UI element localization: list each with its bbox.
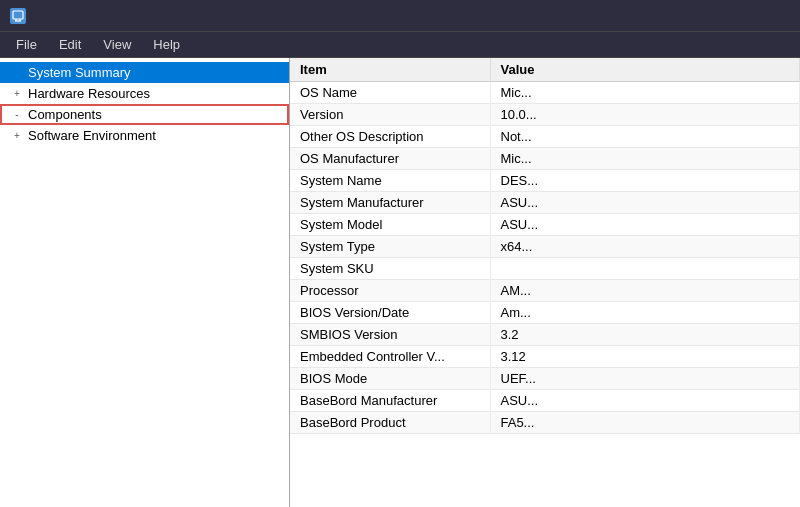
expand-icon: -	[10, 109, 24, 120]
tree-item-software-environment[interactable]: +Software Environment	[0, 125, 289, 146]
table-row: SMBIOS Version3.2	[290, 324, 800, 346]
tree-item-hardware-resources[interactable]: +Hardware Resources	[0, 83, 289, 104]
svg-rect-0	[13, 11, 23, 19]
table-cell-value	[490, 258, 800, 280]
table-row: OS ManufacturerMic...	[290, 148, 800, 170]
table-cell-item: System Model	[290, 214, 490, 236]
maximize-button[interactable]	[698, 0, 744, 32]
tree-item-system-summary[interactable]: System Summary	[0, 62, 289, 83]
tree-item-label: Software Environment	[28, 128, 156, 143]
menu-item-file[interactable]: File	[6, 33, 47, 56]
app-icon	[10, 8, 26, 24]
table-cell-item: OS Name	[290, 82, 490, 104]
window-controls	[652, 0, 790, 32]
table-cell-item: BIOS Mode	[290, 368, 490, 390]
table-cell-item: BIOS Version/Date	[290, 302, 490, 324]
col-header-value: Value	[490, 58, 800, 82]
table-cell-item: System Type	[290, 236, 490, 258]
table-cell-item: BaseBord Product	[290, 412, 490, 434]
col-header-item: Item	[290, 58, 490, 82]
table-row: OS NameMic...	[290, 82, 800, 104]
table-cell-value: AM...	[490, 280, 800, 302]
tree-item-label: Components	[28, 107, 102, 122]
table-cell-value: UEF...	[490, 368, 800, 390]
table-row: BIOS ModeUEF...	[290, 368, 800, 390]
table-cell-item: Other OS Description	[290, 126, 490, 148]
table-cell-item: System SKU	[290, 258, 490, 280]
expand-icon: +	[10, 130, 24, 141]
table-cell-item: Version	[290, 104, 490, 126]
table-cell-item: SMBIOS Version	[290, 324, 490, 346]
close-button[interactable]	[744, 0, 790, 32]
table-row: System SKU	[290, 258, 800, 280]
table-cell-value: ASU...	[490, 390, 800, 412]
table-cell-item: Embedded Controller V...	[290, 346, 490, 368]
tree-item-label: System Summary	[28, 65, 131, 80]
table-row: Version10.0...	[290, 104, 800, 126]
table-cell-item: System Manufacturer	[290, 192, 490, 214]
table-cell-value: ASU...	[490, 214, 800, 236]
left-panel: System Summary+Hardware Resources-Compon…	[0, 58, 290, 507]
expand-icon: +	[10, 88, 24, 99]
table-row: System ManufacturerASU...	[290, 192, 800, 214]
table-row: BaseBord ProductFA5...	[290, 412, 800, 434]
table-cell-item: OS Manufacturer	[290, 148, 490, 170]
minimize-button[interactable]	[652, 0, 698, 32]
table-cell-value: 3.2	[490, 324, 800, 346]
right-panel: Item Value OS NameMic...Version10.0...Ot…	[290, 58, 800, 507]
table-cell-value: Mic...	[490, 82, 800, 104]
table-cell-item: BaseBord Manufacturer	[290, 390, 490, 412]
table-row: BIOS Version/DateAm...	[290, 302, 800, 324]
table-cell-item: System Name	[290, 170, 490, 192]
table-row: Other OS DescriptionNot...	[290, 126, 800, 148]
table-cell-value: 3.12	[490, 346, 800, 368]
table-row: System Typex64...	[290, 236, 800, 258]
table-row: System NameDES...	[290, 170, 800, 192]
menu-bar: FileEditViewHelp	[0, 32, 800, 58]
tree-item-components[interactable]: -Components	[0, 104, 289, 125]
table-cell-value: FA5...	[490, 412, 800, 434]
table-cell-value: 10.0...	[490, 104, 800, 126]
main-content: System Summary+Hardware Resources-Compon…	[0, 58, 800, 507]
table-cell-value: ASU...	[490, 192, 800, 214]
table-row: System ModelASU...	[290, 214, 800, 236]
table-cell-value: x64...	[490, 236, 800, 258]
table-cell-value: Am...	[490, 302, 800, 324]
table-row: ProcessorAM...	[290, 280, 800, 302]
table-row: BaseBord ManufacturerASU...	[290, 390, 800, 412]
menu-item-view[interactable]: View	[93, 33, 141, 56]
menu-item-help[interactable]: Help	[143, 33, 190, 56]
table-cell-value: DES...	[490, 170, 800, 192]
table-cell-item: Processor	[290, 280, 490, 302]
table-row: Embedded Controller V...3.12	[290, 346, 800, 368]
info-table: Item Value OS NameMic...Version10.0...Ot…	[290, 58, 800, 434]
table-cell-value: Not...	[490, 126, 800, 148]
title-bar	[0, 0, 800, 32]
tree-item-label: Hardware Resources	[28, 86, 150, 101]
menu-item-edit[interactable]: Edit	[49, 33, 91, 56]
table-cell-value: Mic...	[490, 148, 800, 170]
